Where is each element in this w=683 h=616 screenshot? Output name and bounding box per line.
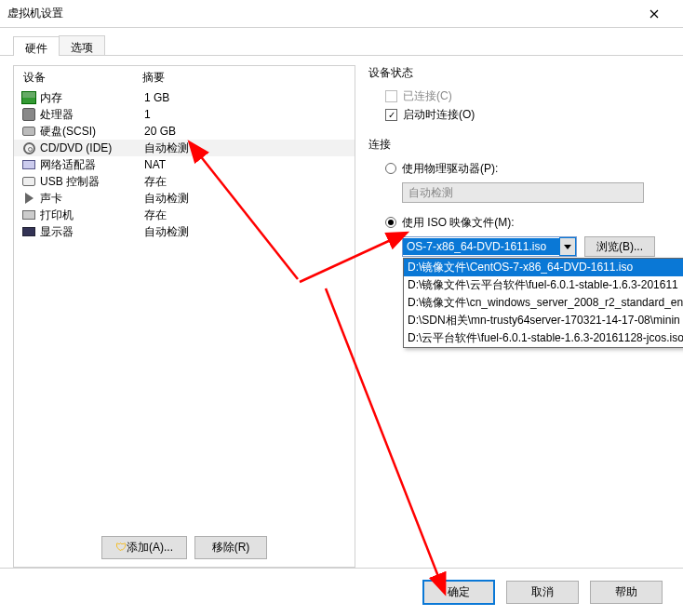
tab-bar: 硬件 选项	[0, 28, 683, 56]
device-row[interactable]: USB 控制器存在	[14, 173, 355, 190]
connected-checkbox: 已连接(C)	[385, 87, 670, 105]
device-list[interactable]: 内存1 GB处理器1硬盘(SCSI)20 GBCD/DVD (IDE)自动检测网…	[14, 89, 355, 567]
ok-button[interactable]: 确定	[422, 580, 495, 605]
col-device-label: 设备	[23, 70, 142, 86]
device-icon	[22, 160, 35, 169]
device-table-header: 设备 摘要	[14, 66, 355, 89]
device-summary: 自动检测	[144, 141, 351, 156]
device-buttons: 🛡添加(A)... 移除(R)	[14, 536, 355, 559]
cancel-button[interactable]: 取消	[506, 581, 579, 604]
chevron-down-icon[interactable]	[559, 237, 576, 256]
close-icon	[650, 9, 659, 19]
device-name: 网络适配器	[40, 157, 144, 173]
tab-options[interactable]: 选项	[59, 35, 105, 55]
titlebar: 虚拟机设置	[0, 0, 683, 28]
use-iso-radio[interactable]: 使用 ISO 映像文件(M):	[385, 212, 670, 233]
device-summary: 1 GB	[144, 91, 351, 104]
device-summary: 存在	[144, 174, 351, 190]
device-panel: 设备 摘要 内存1 GB处理器1硬盘(SCSI)20 GBCD/DVD (IDE…	[13, 65, 355, 568]
physical-drive-combo: 自动检测	[402, 182, 644, 203]
iso-dropdown-option[interactable]: D:\云平台软件\fuel-6.0.1-stable-1.6.3-2016112…	[404, 329, 683, 347]
browse-button[interactable]: 浏览(B)...	[584, 236, 655, 257]
device-icon	[25, 193, 33, 204]
checkbox-icon: ✓	[385, 109, 397, 121]
device-name: 硬盘(SCSI)	[40, 124, 144, 140]
device-summary: 存在	[144, 208, 351, 223]
connection-title: 连接	[368, 137, 670, 153]
device-name: CD/DVD (IDE)	[40, 141, 144, 154]
iso-dropdown-list[interactable]: D:\镜像文件\CentOS-7-x86_64-DVD-1611.isoD:\镜…	[403, 258, 683, 348]
iso-dropdown-option[interactable]: D:\镜像文件\云平台软件\fuel-6.0.1-stable-1.6.3-20…	[404, 276, 683, 294]
connection-group: 连接 使用物理驱动器(P): 自动检测 使用 ISO 映像文件(M): OS-7…	[368, 137, 670, 257]
dialog-footer: 确定 取消 帮助	[0, 568, 683, 616]
checkbox-icon	[385, 90, 397, 102]
device-row[interactable]: 打印机存在	[14, 207, 355, 223]
device-row[interactable]: 网络适配器NAT	[14, 156, 355, 173]
device-summary: 1	[144, 108, 351, 121]
window-title: 虚拟机设置	[7, 6, 633, 21]
iso-dropdown-option[interactable]: D:\镜像文件\CentOS-7-x86_64-DVD-1611.iso	[404, 259, 683, 276]
device-name: 声卡	[40, 191, 144, 207]
device-icon	[22, 227, 35, 236]
tab-hardware[interactable]: 硬件	[13, 36, 60, 56]
iso-dropdown-option[interactable]: D:\镜像文件\cn_windows_server_2008_r2_standa…	[404, 294, 683, 312]
device-name: 打印机	[40, 208, 144, 223]
iso-dropdown-option[interactable]: D:\SDN相关\mn-trusty64server-170321-14-17-…	[404, 312, 683, 329]
shield-icon: 🛡	[115, 541, 127, 554]
device-summary: 自动检测	[144, 191, 351, 207]
radio-icon	[385, 163, 396, 174]
device-name: 显示器	[40, 224, 144, 240]
device-row[interactable]: 显示器自动检测	[14, 223, 355, 240]
connect-at-poweron-checkbox[interactable]: ✓ 启动时连接(O)	[385, 105, 670, 124]
device-name: USB 控制器	[40, 174, 144, 190]
device-row[interactable]: 处理器1	[14, 106, 355, 123]
device-name: 处理器	[40, 107, 144, 123]
device-row[interactable]: 硬盘(SCSI)20 GB	[14, 123, 355, 140]
close-button[interactable]	[633, 0, 676, 27]
remove-device-button[interactable]: 移除(R)	[194, 536, 267, 559]
device-summary: 20 GB	[144, 125, 351, 138]
use-physical-radio[interactable]: 使用物理驱动器(P):	[385, 158, 670, 179]
device-row[interactable]: 声卡自动检测	[14, 190, 355, 207]
settings-panel: 设备状态 已连接(C) ✓ 启动时连接(O) 连接 使用物理驱动器(P):	[355, 65, 670, 568]
device-summary: 自动检测	[144, 224, 351, 240]
device-icon	[23, 142, 35, 154]
iso-file-combo[interactable]: OS-7-x86_64-DVD-1611.iso D:\镜像文件\CentOS-…	[402, 236, 577, 257]
device-row[interactable]: CD/DVD (IDE)自动检测	[14, 140, 355, 156]
radio-icon	[385, 217, 396, 228]
col-summary-label: 摘要	[142, 70, 345, 86]
device-icon	[21, 91, 36, 104]
device-icon	[22, 210, 35, 220]
iso-selected-value: OS-7-x86_64-DVD-1611.iso	[403, 238, 559, 255]
device-icon	[22, 177, 35, 186]
add-device-button[interactable]: 🛡添加(A)...	[101, 536, 187, 559]
device-status-group: 设备状态 已连接(C) ✓ 启动时连接(O)	[368, 65, 670, 124]
device-row[interactable]: 内存1 GB	[14, 89, 355, 106]
device-icon	[22, 127, 35, 136]
device-name: 内存	[40, 90, 144, 106]
main-area: 设备 摘要 内存1 GB处理器1硬盘(SCSI)20 GBCD/DVD (IDE…	[0, 56, 683, 568]
device-status-title: 设备状态	[368, 65, 670, 81]
help-button[interactable]: 帮助	[590, 581, 663, 604]
device-icon	[22, 108, 35, 121]
device-summary: NAT	[144, 158, 351, 171]
